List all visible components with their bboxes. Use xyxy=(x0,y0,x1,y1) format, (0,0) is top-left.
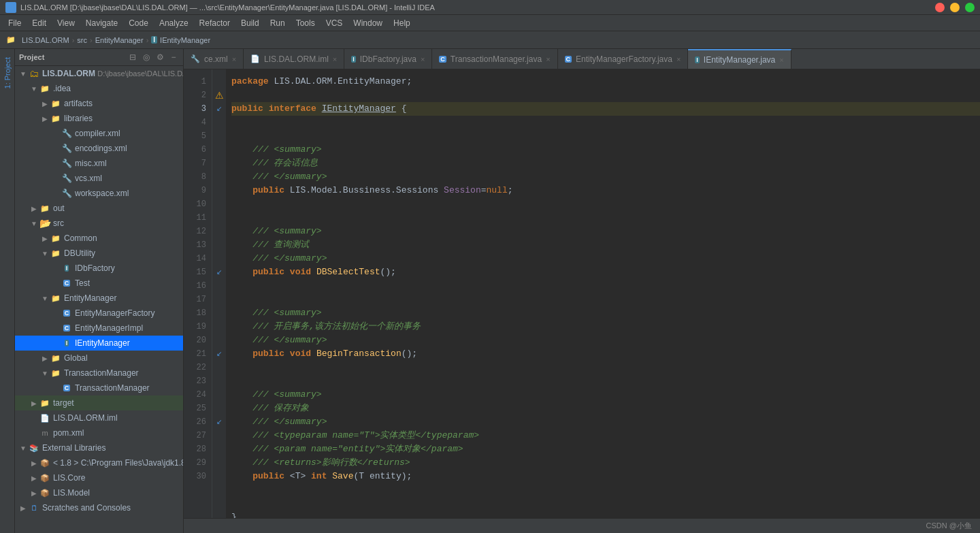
code-line-23 xyxy=(231,374,980,388)
code-line-8: /// </summary> xyxy=(231,170,980,184)
settings-btn[interactable]: ⚙ xyxy=(154,52,165,63)
tree-item-common[interactable]: ▶ 📁 Common xyxy=(15,231,183,246)
tree-item-lis-iml[interactable]: 📄 LIS.DAL.ORM.iml xyxy=(15,410,183,425)
breadcrumb-0[interactable]: LIS.DAL.ORM xyxy=(22,36,69,44)
code-line-30: public <T> int Save(T entity); xyxy=(231,470,980,483)
tree-item-lis-dal-orm[interactable]: ▼ 🗂 LIS.DAL.ORM D:\jbase\jbase\DAL\LIS.D… xyxy=(15,66,183,81)
tree-item-ientitymanager[interactable]: I IEntityManager xyxy=(15,336,183,351)
tab-ientitymanager[interactable]: I IEntityManager.java × xyxy=(688,49,791,69)
code-line-3: public interface IEntityManager { xyxy=(231,102,980,116)
tree-item-external-libraries[interactable]: ▼ 📚 External Libraries xyxy=(15,440,183,455)
status-right: CSDN @小鱼 xyxy=(926,521,972,531)
tree-item-test[interactable]: C Test xyxy=(15,276,183,291)
arrow-icon-line15: ↙ xyxy=(216,265,222,279)
tree-item-compiler-xml[interactable]: 🔧 compiler.xml xyxy=(15,126,183,141)
arrow-icon-line21: ↙ xyxy=(216,347,222,361)
menu-window[interactable]: Window xyxy=(348,17,388,29)
tab-close-emf[interactable]: × xyxy=(676,55,681,63)
tree-item-out[interactable]: ▶ 📁 out xyxy=(15,201,183,216)
menu-help[interactable]: Help xyxy=(388,17,416,29)
menu-vcs[interactable]: VCS xyxy=(321,17,348,29)
tab-close-idbfactory[interactable]: × xyxy=(421,55,425,63)
editor-area: 🔧 ce.xml × 📄 LIS.DAL.ORM.iml × I IDbFact… xyxy=(184,49,980,533)
tree-item-src[interactable]: ▼ 📂 src xyxy=(15,216,183,231)
arrow-icon-line26: ↙ xyxy=(216,415,222,429)
win-close-btn[interactable] xyxy=(935,3,945,12)
tree-item-jdk[interactable]: ▶ 📦 < 1.8 > C:\Program Files\Java\jdk1.8… xyxy=(15,455,183,470)
tab-close-iem[interactable]: × xyxy=(779,56,783,64)
code-line-24: /// <summary> xyxy=(231,388,980,402)
menu-navigate[interactable]: Navigate xyxy=(80,17,123,29)
code-line-28: /// <param name="entity">实体对象</param> xyxy=(231,442,980,456)
menu-file[interactable]: File xyxy=(3,17,27,29)
menu-run[interactable]: Run xyxy=(265,17,291,29)
project-tree-container: Project ⊟ ◎ ⚙ − ▼ 🗂 LIS.DAL.ORM D:\jbase… xyxy=(15,49,183,533)
tree-item-transactionmanager[interactable]: ▼ 📁 TransactionManager xyxy=(15,366,183,381)
tab-close-ce-xml[interactable]: × xyxy=(232,55,236,63)
breadcrumb-1[interactable]: src xyxy=(77,36,87,44)
tree-item-lis-model[interactable]: ▶ 📦 LIS.Model xyxy=(15,485,183,500)
code-line-16 xyxy=(231,279,980,293)
tree-item-artifacts[interactable]: ▶ 📁 artifacts xyxy=(15,96,183,111)
tree-item-vcs-xml[interactable]: 🔧 vcs.xml xyxy=(15,171,183,186)
menu-refactor[interactable]: Refactor xyxy=(194,17,235,29)
tree-item-libraries[interactable]: ▶ 📁 libraries xyxy=(15,111,183,126)
project-panel: 1: Project Project ⊟ ◎ ⚙ − ▼ 🗂 xyxy=(0,49,184,533)
menu-tools[interactable]: Tools xyxy=(291,17,321,29)
tree-item-lis-core[interactable]: ▶ 📦 LIS.Core xyxy=(15,470,183,485)
tab-entitymanagerfactory[interactable]: C EntityManagerFactory.java × xyxy=(558,49,689,69)
code-line-10 xyxy=(231,197,980,211)
project-header-title: Project xyxy=(19,53,44,61)
tree-item-encodings-xml[interactable]: 🔧 encodings.xml xyxy=(15,141,183,156)
menu-view[interactable]: View xyxy=(52,17,80,29)
breadcrumb-3[interactable]: IEntityManager xyxy=(160,36,210,44)
arrow-icon-line3: ↙ xyxy=(216,102,222,116)
tree-item-scratches[interactable]: ▶ 🗒 Scratches and Consoles xyxy=(15,500,183,515)
tree-item-idea[interactable]: ▼ 📁 .idea xyxy=(15,81,183,96)
code-line-33: } xyxy=(231,511,980,518)
code-editor[interactable]: package LIS.DAL.ORM.EntityManager; publi… xyxy=(226,69,980,518)
tab-transactionmanager[interactable]: C TransactionManager.java × xyxy=(432,49,557,69)
menu-bar: File Edit View Navigate Code Analyze Ref… xyxy=(0,15,980,31)
code-line-6: /// <summary> xyxy=(231,143,980,157)
tree-item-transactionmanager-class[interactable]: C TransactionManager xyxy=(15,381,183,395)
title-bar: LIS.DAL.ORM [D:\jbase\jbase\DAL\LIS.DAL.… xyxy=(0,0,980,15)
tree-item-dbutility[interactable]: ▼ 📁 DBUtility xyxy=(15,246,183,261)
collapse-all-btn[interactable]: ⊟ xyxy=(127,52,138,63)
tree-item-idbfactory[interactable]: I IDbFactory xyxy=(15,261,183,276)
tree-item-entitymanagerfactory[interactable]: C EntityManagerFactory xyxy=(15,306,183,321)
menu-code[interactable]: Code xyxy=(123,17,154,29)
tab-ce-xml[interactable]: 🔧 ce.xml × xyxy=(184,49,244,69)
tree-item-workspace-xml[interactable]: 🔧 workspace.xml xyxy=(15,186,183,201)
project-header-icons: ⊟ ◎ ⚙ − xyxy=(127,52,179,63)
tree-item-entitymanagerimpl[interactable]: C EntityManagerImpl xyxy=(15,321,183,336)
code-line-11 xyxy=(231,211,980,225)
vtab-project[interactable]: 1: Project xyxy=(2,52,13,94)
menu-edit[interactable]: Edit xyxy=(27,17,52,29)
tab-idbfactory[interactable]: I IDbFactory.java × xyxy=(344,49,432,69)
code-line-2 xyxy=(231,88,980,102)
code-line-1: package LIS.DAL.ORM.EntityManager; xyxy=(231,75,980,88)
code-line-21: public void BeginTransaction(); xyxy=(231,347,980,361)
tree-item-misc-xml[interactable]: 🔧 misc.xml xyxy=(15,156,183,171)
tab-close-transactionmanager[interactable]: × xyxy=(546,55,550,63)
tree-item-global[interactable]: ▶ 📁 Global xyxy=(15,351,183,366)
tree-item-entitymanager[interactable]: ▼ 📁 EntityManager xyxy=(15,291,183,306)
code-line-25: /// 保存对象 xyxy=(231,402,980,415)
menu-build[interactable]: Build xyxy=(235,17,265,29)
code-line-19: /// 开启事务,该方法初始化一个新的事务 xyxy=(231,320,980,334)
tree-item-pom[interactable]: m pom.xml xyxy=(15,425,183,440)
code-line-7: /// 存会话信息 xyxy=(231,157,980,170)
code-line-26: /// </summary> xyxy=(231,415,980,429)
code-line-15: public void DBSelectTest(); xyxy=(231,265,980,279)
tab-lis-iml[interactable]: 📄 LIS.DAL.ORM.iml × xyxy=(244,49,344,69)
tree-item-target[interactable]: ▶ 📁 target xyxy=(15,395,183,410)
menu-analyze[interactable]: Analyze xyxy=(154,17,194,29)
tab-close-iml[interactable]: × xyxy=(333,55,337,63)
code-line-14: /// </summary> xyxy=(231,252,980,265)
breadcrumb-2[interactable]: EntityManager xyxy=(95,36,144,44)
win-min-btn[interactable] xyxy=(950,3,960,12)
locate-file-btn[interactable]: ◎ xyxy=(141,52,152,63)
win-max-btn[interactable] xyxy=(965,3,975,12)
hide-panel-btn[interactable]: − xyxy=(168,52,179,63)
